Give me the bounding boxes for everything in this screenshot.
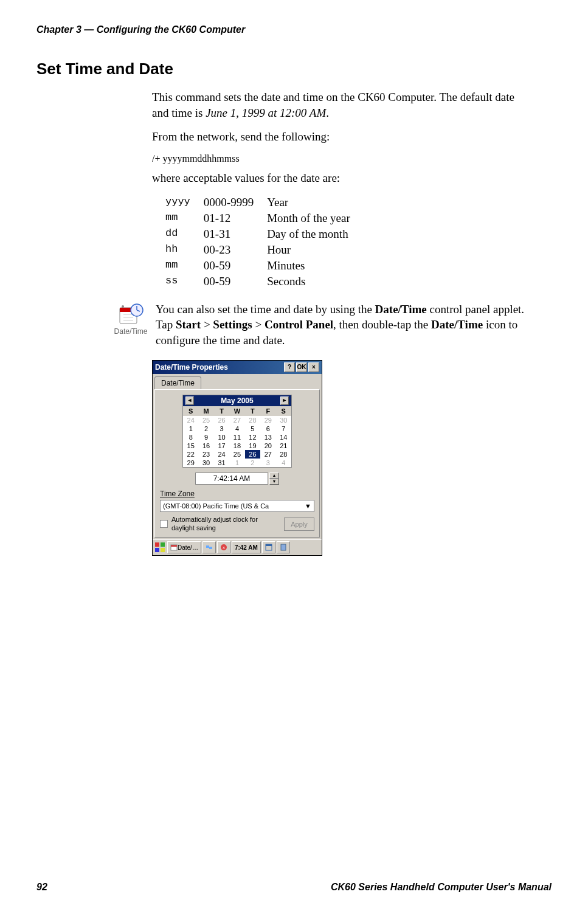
auto-adjust-checkbox[interactable] xyxy=(160,520,168,528)
calendar-day[interactable]: 28 xyxy=(276,450,291,459)
svg-rect-13 xyxy=(161,548,165,552)
calendar-day[interactable]: 8 xyxy=(183,433,198,441)
taskbar-clock[interactable]: 7:42 AM xyxy=(232,541,261,553)
tab-date-time[interactable]: Date/Time xyxy=(154,376,201,389)
calendar-day[interactable]: 30 xyxy=(198,459,213,467)
window-icon xyxy=(265,544,272,551)
calendar-small-icon xyxy=(170,544,178,551)
calendar-day[interactable]: 4 xyxy=(276,459,291,467)
calendar-day[interactable]: 27 xyxy=(260,450,275,459)
timezone-dropdown[interactable]: (GMT-08:00) Pacific Time (US & Ca ▼ xyxy=(160,500,314,512)
calendar-day[interactable]: 13 xyxy=(260,433,275,441)
dow-cell: T xyxy=(245,406,260,416)
chevron-down-icon: ▼ xyxy=(305,502,311,510)
calendar-day[interactable]: 14 xyxy=(276,433,291,441)
start-icon[interactable] xyxy=(154,541,166,553)
taskbar-tray-icon[interactable] xyxy=(277,541,290,553)
calendar-day[interactable]: 29 xyxy=(183,459,198,467)
help-button[interactable]: ? xyxy=(284,362,295,372)
calendar-day[interactable]: 2 xyxy=(198,424,213,433)
table-row: dd01-31Day of the month xyxy=(165,227,362,242)
calendar-day[interactable]: 2 xyxy=(245,459,260,467)
taskbar-app-label: Date/… xyxy=(178,544,198,551)
dialog-screenshot: Date/Time Properties ? OK × Date/Time ◄ … xyxy=(152,360,552,555)
svg-rect-10 xyxy=(155,542,159,547)
apply-button[interactable]: Apply xyxy=(284,518,314,531)
calendar-widget: ◄ May 2005 ► S M T W T F S 24 25 26 27 2… xyxy=(182,395,292,468)
calendar-day[interactable]: 29 xyxy=(260,416,275,424)
calendar-day[interactable]: 18 xyxy=(229,441,244,450)
value-range: 00-59 xyxy=(204,275,266,289)
calendar-day[interactable]: 26 xyxy=(214,416,229,424)
taskbar-tray-icon[interactable] xyxy=(262,541,275,553)
auto-adjust-label: Automatically adjust clock for daylight … xyxy=(171,516,282,531)
calendar-day[interactable]: 17 xyxy=(214,441,229,450)
calendar-header: ◄ May 2005 ► xyxy=(183,395,291,406)
calendar-day[interactable]: 7 xyxy=(276,424,291,433)
calendar-day[interactable]: 3 xyxy=(260,459,275,467)
calendar-day[interactable]: 9 xyxy=(198,433,213,441)
calendar-month-label: May 2005 xyxy=(221,396,253,405)
next-month-button[interactable]: ► xyxy=(280,396,289,405)
time-spin-up[interactable]: ▲ xyxy=(269,473,279,479)
svg-rect-16 xyxy=(206,545,209,548)
calendar-day[interactable]: 20 xyxy=(260,441,275,450)
calendar-day[interactable]: 1 xyxy=(229,459,244,467)
table-row: yyyy0000-9999Year xyxy=(165,196,362,210)
ip-i: , then double-tap the xyxy=(333,318,431,331)
calendar-day[interactable]: 6 xyxy=(260,424,275,433)
calendar-day[interactable]: 4 xyxy=(229,424,244,433)
table-row: ss00-59Seconds xyxy=(165,275,362,289)
calendar-day[interactable]: 31 xyxy=(214,459,229,467)
calendar-day[interactable]: 30 xyxy=(276,416,291,424)
command-syntax: /+ yyyymmddhhmmss xyxy=(152,153,533,164)
time-field[interactable]: 7:42:14 AM xyxy=(195,473,268,485)
calendar-day[interactable]: 27 xyxy=(229,416,244,424)
calendar-day[interactable]: 11 xyxy=(229,433,244,441)
ip-j: Date/Time xyxy=(431,318,483,331)
dow-cell: F xyxy=(260,406,275,416)
calendar-day[interactable]: 25 xyxy=(229,450,244,459)
device-icon xyxy=(280,544,287,551)
value-desc: Minutes xyxy=(267,259,362,274)
titlebar-buttons: ? OK × xyxy=(284,362,319,372)
para1-text-c: . xyxy=(326,106,329,119)
calendar-day[interactable]: 10 xyxy=(214,433,229,441)
calendar-day[interactable]: 3 xyxy=(214,424,229,433)
svg-rect-22 xyxy=(281,544,286,550)
calendar-day-selected[interactable]: 26 xyxy=(245,450,260,459)
manual-title: CK60 Series Handheld Computer User's Man… xyxy=(331,882,552,893)
calendar-day[interactable]: 28 xyxy=(245,416,260,424)
calendar-day[interactable]: 12 xyxy=(245,433,260,441)
taskbar-tray-icon[interactable] xyxy=(202,541,216,553)
calendar-day[interactable]: 24 xyxy=(183,416,198,424)
timezone-label: Time Zone xyxy=(160,490,314,498)
calendar-day[interactable]: 23 xyxy=(198,450,213,459)
calendar-day[interactable]: 24 xyxy=(214,450,229,459)
calendar-day[interactable]: 22 xyxy=(183,450,198,459)
value-range: 00-23 xyxy=(204,243,266,258)
svg-rect-17 xyxy=(209,547,212,549)
taskbar-tray-icon[interactable]: × xyxy=(217,541,230,553)
ip-f: Settings xyxy=(213,318,252,331)
prev-month-button[interactable]: ◄ xyxy=(185,396,194,405)
calendar-day[interactable]: 5 xyxy=(245,424,260,433)
calendar-day[interactable]: 15 xyxy=(183,441,198,450)
taskbar-app-button[interactable]: Date/… xyxy=(167,541,201,553)
calendar-day[interactable]: 25 xyxy=(198,416,213,424)
icon-instruction-row: Date/Time You can also set the time and … xyxy=(109,302,533,348)
calendar-day[interactable]: 1 xyxy=(183,424,198,433)
value-range: 01-12 xyxy=(204,212,266,226)
dow-cell: T xyxy=(214,406,229,416)
value-desc: Seconds xyxy=(267,275,362,289)
time-spin-down[interactable]: ▼ xyxy=(269,479,279,485)
control-panel-instruction: You can also set the time and date by us… xyxy=(156,302,533,348)
tab-strip: Date/Time xyxy=(153,374,322,389)
calendar-day[interactable]: 16 xyxy=(198,441,213,450)
ok-button[interactable]: OK xyxy=(296,362,307,372)
close-button[interactable]: × xyxy=(308,362,319,372)
value-code: hh xyxy=(165,243,202,258)
ip-e: > xyxy=(201,318,213,331)
calendar-day[interactable]: 21 xyxy=(276,441,291,450)
calendar-day[interactable]: 19 xyxy=(245,441,260,450)
